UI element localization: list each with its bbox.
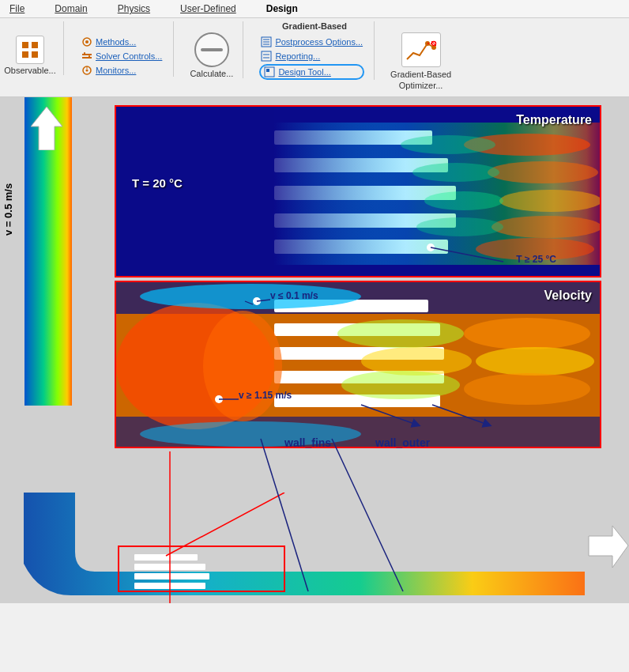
- temp-25-annotation: T ≥ 25 °C: [516, 254, 556, 265]
- svg-rect-44: [116, 107, 274, 277]
- svg-point-59: [337, 319, 464, 348]
- observable-button[interactable]: Observable...: [6, 36, 54, 75]
- design-tool-label: Design Tool...: [278, 67, 330, 77]
- velocity-panel: Velocity v ≤ 0.1 m/s v ≥ 1.15 m/s: [115, 281, 601, 448]
- temperature-cfd-svg: [116, 107, 601, 277]
- ribbon-section-methods: Methods... Solver Controls...: [80, 21, 174, 77]
- svg-marker-73: [589, 526, 628, 568]
- optimizer-label: Gradient-BasedOptimizer...: [390, 69, 451, 92]
- svg-point-60: [361, 347, 472, 376]
- menu-bar: File Domain Physics User-Defined Design: [0, 0, 629, 18]
- methods-buttons: Methods... Solver Controls...: [80, 36, 164, 77]
- velocity-panel-label: Velocity: [544, 289, 592, 303]
- main-content: Temperature T = 20 °C T ≥ 25 °C: [0, 97, 629, 603]
- svg-point-43: [416, 217, 503, 236]
- ribbon: Gradient-Based Observable...: [0, 18, 629, 96]
- svg-point-38: [492, 216, 601, 238]
- solver-controls-button[interactable]: Solver Controls...: [80, 50, 164, 62]
- svg-rect-78: [134, 583, 205, 589]
- bottom-overview-svg: [0, 493, 629, 595]
- inlet-down-arrow-svg: [31, 107, 62, 150]
- reporting-button[interactable]: Reporting...: [259, 50, 364, 62]
- svg-point-11: [86, 70, 89, 72]
- svg-rect-1: [32, 42, 38, 48]
- methods-label: Methods...: [96, 37, 136, 47]
- calculate-icon: [194, 32, 229, 67]
- bottom-overview: [0, 493, 629, 595]
- postprocess-options-button[interactable]: Postprocess Options...: [259, 36, 364, 48]
- svg-point-61: [341, 371, 460, 399]
- postprocess-icon: [261, 36, 272, 47]
- gradient-based-label: Gradient-Based: [282, 21, 347, 31]
- ribbon-section-calculate: Calculate...: [190, 21, 243, 78]
- solver-label: Solver Controls...: [96, 51, 162, 61]
- svg-point-56: [203, 311, 282, 421]
- svg-rect-18: [262, 51, 271, 61]
- postprocess-label: Postprocess Options...: [275, 37, 363, 47]
- reporting-icon: [261, 51, 272, 62]
- ribbon-section-optimizer: Gradient-BasedOptimizer...: [390, 21, 461, 92]
- svg-rect-7: [82, 57, 92, 59]
- svg-point-37: [499, 190, 601, 212]
- calculate-button[interactable]: Calculate...: [190, 32, 233, 78]
- svg-rect-13: [201, 48, 223, 51]
- svg-rect-6: [82, 54, 92, 55]
- temperature-panel-label: Temperature: [516, 113, 592, 127]
- menu-design[interactable]: Design: [263, 2, 301, 16]
- svg-point-66: [215, 395, 223, 403]
- temperature-panel: Temperature T = 20 °C T ≥ 25 °C: [115, 105, 601, 277]
- inlet-arrow: [24, 107, 70, 150]
- ribbon-section-observable: Observable...: [6, 21, 64, 75]
- monitors-label: Monitors...: [96, 66, 136, 75]
- calculate-label: Calculate...: [190, 69, 233, 78]
- inlet-velocity-label: v = 0.5 m/s: [2, 183, 14, 235]
- design-tool-button[interactable]: Design Tool...: [259, 64, 364, 80]
- svg-rect-75: [134, 554, 198, 561]
- svg-point-64: [464, 373, 590, 405]
- solver-icon: [81, 51, 92, 62]
- svg-point-40: [401, 135, 495, 154]
- svg-point-65: [253, 297, 261, 305]
- optimizer-button[interactable]: Gradient-BasedOptimizer...: [390, 32, 451, 92]
- svg-point-57: [140, 284, 361, 309]
- monitors-icon: [81, 65, 92, 76]
- optimizer-icon: [401, 32, 441, 67]
- svg-point-5: [85, 40, 89, 43]
- vel-low-annotation: v ≤ 0.1 m/s: [270, 290, 318, 301]
- menu-domain[interactable]: Domain: [51, 2, 90, 16]
- svg-rect-0: [22, 42, 28, 48]
- wall-fins-label: wall_fins: [284, 436, 331, 449]
- svg-point-42: [424, 191, 503, 210]
- svg-rect-77: [134, 573, 209, 580]
- menu-user-defined[interactable]: User-Defined: [177, 2, 239, 16]
- svg-rect-9: [89, 55, 90, 59]
- menu-physics[interactable]: Physics: [115, 2, 153, 16]
- svg-marker-72: [31, 107, 62, 150]
- wall-outer-label: wall_outer: [375, 436, 430, 449]
- svg-rect-22: [266, 69, 269, 72]
- methods-button[interactable]: Methods...: [80, 36, 164, 48]
- toolbar: File Domain Physics User-Defined Design …: [0, 0, 629, 97]
- svg-point-36: [488, 161, 598, 183]
- velocity-cfd-svg: [116, 282, 601, 448]
- postprocess-buttons: Postprocess Options... Reporting...: [259, 36, 364, 80]
- svg-point-63: [476, 347, 594, 376]
- svg-point-41: [412, 163, 499, 182]
- svg-point-62: [464, 318, 590, 349]
- temp-20-annotation: T = 20 °C: [132, 176, 183, 190]
- menu-file[interactable]: File: [6, 2, 28, 16]
- vel-high-annotation: v ≥ 1.15 m/s: [239, 390, 292, 401]
- svg-point-45: [427, 244, 435, 251]
- svg-rect-3: [32, 51, 38, 58]
- design-tool-icon: [264, 66, 275, 77]
- svg-rect-76: [134, 564, 205, 570]
- svg-rect-8: [84, 52, 85, 55]
- monitors-button[interactable]: Monitors...: [80, 64, 164, 77]
- observable-icon: [16, 36, 44, 64]
- svg-rect-2: [22, 51, 28, 58]
- reporting-label: Reporting...: [275, 51, 320, 61]
- observable-label: Observable...: [4, 66, 55, 75]
- methods-icon: [81, 36, 92, 47]
